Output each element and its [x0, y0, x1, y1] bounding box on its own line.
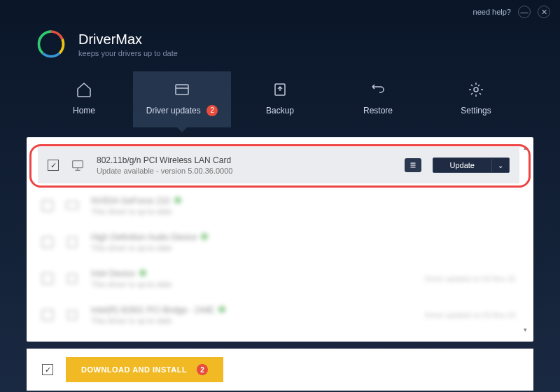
- nav-label: Home: [73, 106, 95, 115]
- gear-icon: [468, 81, 484, 98]
- update-button[interactable]: Update ⌄: [433, 158, 510, 173]
- action-bar: DOWNLOAD AND INSTALL 2: [27, 349, 533, 391]
- driver-info: 802.11b/g/n PCI Wireless LAN Card Update…: [97, 155, 393, 175]
- driver-checkbox[interactable]: [42, 200, 53, 211]
- app-header: DriverMax keeps your drivers up to date: [0, 24, 560, 71]
- scroll-down-icon[interactable]: ▾: [521, 326, 529, 335]
- close-button[interactable]: ✕: [538, 6, 550, 18]
- nav-home[interactable]: Home: [35, 71, 133, 127]
- nav-backup[interactable]: Backup: [231, 71, 329, 127]
- download-install-button[interactable]: DOWNLOAD AND INSTALL 2: [66, 357, 223, 382]
- nav-label: Backup: [266, 106, 294, 115]
- driver-checkbox[interactable]: [48, 160, 59, 171]
- svg-rect-14: [68, 311, 77, 320]
- driver-date: Driver updated on 03-Nov-16: [425, 275, 515, 283]
- driver-status: This driver is up-to-date: [91, 316, 414, 325]
- download-badge: 2: [197, 364, 208, 375]
- nav-restore[interactable]: Restore: [329, 71, 427, 127]
- driver-list[interactable]: 802.11b/g/n PCI Wireless LAN Card Update…: [32, 143, 528, 340]
- display-icon: [64, 198, 80, 214]
- driver-status: This driver is up-to-date: [91, 244, 515, 252]
- driver-info: High Definition Audio Device This driver…: [91, 232, 515, 252]
- home-icon: [76, 81, 92, 98]
- driver-info: NVIDIA GeForce 210 This driver is up-to-…: [91, 196, 515, 216]
- updates-badge: 2: [206, 105, 218, 116]
- title-bar: need help? — ✕: [0, 0, 560, 24]
- driver-status: This driver is up-to-date: [91, 280, 414, 288]
- svg-rect-12: [68, 237, 77, 248]
- driver-name: High Definition Audio Device: [91, 232, 515, 242]
- network-card-icon: [70, 158, 85, 173]
- nav-label: Driver updates: [146, 106, 201, 115]
- minimize-button[interactable]: —: [518, 6, 531, 18]
- list-icon: [408, 160, 418, 170]
- svg-rect-13: [68, 274, 77, 284]
- nav-label: Settings: [461, 106, 491, 115]
- driver-name: Intel Device: [91, 269, 414, 279]
- driver-list-panel: 802.11b/g/n PCI Wireless LAN Card Update…: [27, 137, 533, 342]
- nav-driver-updates[interactable]: Driver updates 2: [133, 71, 231, 127]
- driver-row[interactable]: Intel(R) 82801 PCI Bridge - 244E This dr…: [32, 297, 525, 333]
- svg-rect-11: [66, 202, 78, 209]
- device-icon: [64, 271, 80, 286]
- updates-icon: [174, 81, 190, 98]
- app-tagline: keeps your drivers up to date: [78, 49, 178, 57]
- driver-row[interactable]: NVIDIA GeForce 210 This driver is up-to-…: [32, 188, 525, 224]
- main-nav: Home Driver updates 2 Backup Restore Set…: [0, 71, 560, 127]
- driver-checkbox[interactable]: [42, 237, 53, 248]
- driver-row[interactable]: 802.11b/g/n PCI Wireless LAN Card Update…: [38, 147, 519, 183]
- nav-settings[interactable]: Settings: [427, 71, 525, 127]
- logo-icon: [35, 28, 67, 60]
- update-button-label[interactable]: Update: [433, 158, 491, 172]
- driver-info: Intel Device This driver is up-to-date: [91, 269, 414, 288]
- driver-name: Intel(R) 82801 PCI Bridge - 244E: [91, 305, 414, 315]
- driver-status: Update available - version 5.00.36.0000: [97, 167, 393, 175]
- select-all-checkbox[interactable]: [42, 364, 53, 375]
- svg-rect-5: [73, 161, 83, 168]
- restore-icon: [370, 81, 386, 98]
- brand-block: DriverMax keeps your drivers up to date: [78, 31, 178, 57]
- app-title: DriverMax: [78, 31, 178, 48]
- device-icon: [64, 307, 80, 323]
- svg-point-4: [474, 88, 478, 92]
- driver-info: Intel(R) 82801 PCI Bridge - 244E This dr…: [91, 305, 414, 325]
- status-ok-icon: [218, 306, 225, 313]
- status-ok-icon: [201, 233, 208, 240]
- driver-date: Driver updated on 03-Nov-16: [425, 312, 515, 319]
- backup-icon: [272, 81, 288, 98]
- update-dropdown[interactable]: ⌄: [491, 159, 509, 172]
- status-ok-icon: [174, 197, 181, 204]
- nav-label: Restore: [363, 106, 393, 115]
- download-label: DOWNLOAD AND INSTALL: [81, 365, 187, 374]
- driver-checkbox[interactable]: [42, 273, 53, 284]
- status-ok-icon: [139, 270, 146, 276]
- driver-name: 802.11b/g/n PCI Wireless LAN Card: [97, 155, 393, 165]
- driver-details-button[interactable]: [405, 158, 421, 172]
- help-link[interactable]: need help?: [473, 8, 511, 16]
- audio-icon: [64, 234, 80, 250]
- scroll-up-icon[interactable]: ▴: [521, 144, 529, 153]
- driver-row[interactable]: Intel Device This driver is up-to-date D…: [32, 260, 525, 297]
- driver-status: This driver is up-to-date: [91, 207, 515, 216]
- scrollbar[interactable]: ▴ ▾: [521, 144, 529, 335]
- svg-rect-1: [176, 85, 188, 94]
- driver-row[interactable]: High Definition Audio Device This driver…: [32, 224, 525, 260]
- driver-checkbox[interactable]: [42, 309, 53, 321]
- driver-name: NVIDIA GeForce 210: [91, 196, 515, 206]
